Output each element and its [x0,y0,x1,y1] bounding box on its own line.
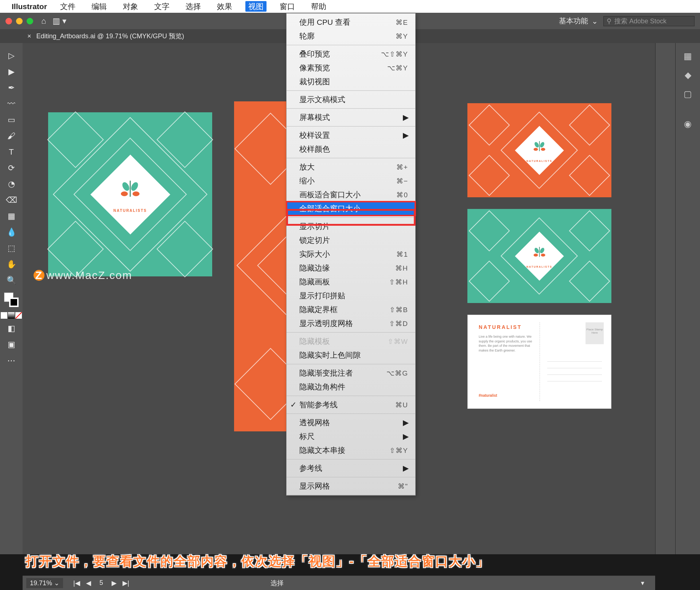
menu-item-显示切片[interactable]: 显示切片 [287,220,415,233]
menu-item-显示网格[interactable]: 显示网格⌘" [287,479,415,493]
gradient-tool-icon[interactable]: ▦ [5,210,18,222]
menu-item-像素预览[interactable]: 像素预览⌥⌘Y [287,61,415,75]
select-label[interactable]: 选择 [271,579,284,587]
menu-item-隐藏画板[interactable]: 隐藏画板⇧⌘H [287,275,415,289]
layout-icon[interactable]: ▥ ▾ [52,16,66,26]
color-mode-solid-icon[interactable] [1,312,7,319]
document-tab[interactable]: × Editing_Artboards.ai @ 19.71% (CMYK/GP… [27,32,184,40]
menu-item-隐藏实时上色间隙[interactable]: 隐藏实时上色间隙 [287,348,415,362]
menu-效果[interactable]: 效果 [214,1,235,12]
menu-对象[interactable]: 对象 [120,1,141,12]
appearance-panel-icon[interactable]: ◉ [682,118,694,130]
menu-item-屏幕模式[interactable]: 屏幕模式▶ [287,110,415,124]
nav-last-icon[interactable]: ▶| [120,579,132,587]
home-icon[interactable]: ⌂ [41,16,46,26]
menu-选择[interactable]: 选择 [183,1,204,12]
app-name[interactable]: Illustrator [12,2,47,11]
menu-item-参考线[interactable]: 参考线▶ [287,461,415,475]
menu-item-智能参考线[interactable]: ✓智能参考线⌘U [287,398,415,412]
leaf-icon [116,176,145,206]
direct-selection-tool-icon[interactable]: ▶ [5,66,18,78]
svg-point-4 [534,141,540,148]
chevron-down-icon: ⌄ [592,17,598,26]
menu-item-隐藏渐变批注者[interactable]: 隐藏渐变批注者⌥⌘G [287,366,415,380]
minimize-window-icon[interactable] [16,18,23,24]
menu-item-隐藏边角构件[interactable]: 隐藏边角构件 [287,380,415,394]
nav-prev-icon[interactable]: ◀ [83,579,94,587]
artboard-tool-icon[interactable]: ⬚ [5,242,18,255]
menu-item-缩小[interactable]: 缩小⌘− [287,174,415,188]
svg-point-6 [534,148,538,151]
svg-point-7 [541,148,545,151]
view-menu-dropdown: 使用 CPU 查看⌘E轮廓⌘Y叠印预览⌥⇧⌘Y像素预览⌥⌘Y裁切视图显示文稿模式… [286,13,416,496]
workspace-switcher[interactable]: 基本功能 ⌄ [559,16,598,26]
properties-panel-icon[interactable]: ▦ [682,50,694,62]
drawmode-icon[interactable]: ◧ [5,322,18,335]
search-placeholder: 搜索 Adobe Stock [614,17,666,26]
layers-panel-icon[interactable]: ◆ [682,69,694,81]
menu-item-裁切视图[interactable]: 裁切视图 [287,75,415,89]
menu-item-透视网格[interactable]: 透视网格▶ [287,416,415,430]
zoom-select[interactable]: 19.71% ⌄ [26,578,63,588]
type-tool-icon[interactable]: T [5,146,18,158]
menu-item-校样颜色[interactable]: 校样颜色 [287,142,415,156]
nav-first-icon[interactable]: |◀ [70,579,83,587]
color-mode-none-icon[interactable] [15,312,22,319]
libraries-panel-icon[interactable]: ▢ [682,88,694,100]
fill-stroke-control[interactable] [4,292,19,307]
menu-item-校样设置[interactable]: 校样设置▶ [287,128,415,142]
close-tab-icon[interactable]: × [27,32,31,40]
menu-文字[interactable]: 文字 [151,1,172,12]
document-title: Editing_Artboards.ai @ 19.71% (CMYK/GPU … [36,32,184,40]
nav-next-icon[interactable]: ▶ [109,579,120,587]
menu-item-放大[interactable]: 放大⌘+ [287,160,415,174]
menu-编辑[interactable]: 编辑 [89,1,110,12]
menu-窗口[interactable]: 窗口 [277,1,298,12]
maximize-window-icon[interactable] [27,18,33,24]
scroll-dropdown-icon[interactable]: ▾ [641,579,644,587]
menu-item-画板适合窗口大小[interactable]: 画板适合窗口大小⌘0 [287,188,415,202]
menu-item-隐藏文本串接[interactable]: 隐藏文本串接⇧⌘Y [287,443,415,457]
menu-视图[interactable]: 视图 [245,1,267,12]
leaf-logo: NATURALISTS [113,176,147,213]
instruction-caption: 打开文件，要查看文件的全部内容，依次选择「视图」-「全部适合窗口大小」 [26,553,700,570]
panel-drag-handle[interactable] [655,43,675,554]
menu-item-标尺[interactable]: 标尺▶ [287,430,415,443]
menu-帮助[interactable]: 帮助 [308,1,329,12]
menu-item-显示透明度网格[interactable]: 显示透明度网格⇧⌘D [287,317,415,330]
edit-toolbar-icon[interactable]: ⋯ [5,354,18,367]
menu-item-轮廓[interactable]: 轮廓⌘Y [287,29,415,43]
color-mode-row [1,312,22,319]
eyedropper-tool-icon[interactable]: 💧 [5,226,18,238]
postcard-stamp: Place Stamp Here [586,322,604,344]
menu-item-全部适合窗口大小[interactable]: 全部适合窗口大小 [287,202,415,216]
rectangle-tool-icon[interactable]: ▭ [5,114,18,126]
eraser-tool-icon[interactable]: ⌫ [5,194,18,206]
menu-item-锁定切片[interactable]: 锁定切片 [287,233,415,247]
rotate-tool-icon[interactable]: ⟳ [5,162,18,174]
screenmode-icon[interactable]: ▣ [5,338,18,351]
search-input[interactable]: ⚲ 搜索 Adobe Stock [603,16,695,26]
svg-point-10 [534,254,538,257]
pen-tool-icon[interactable]: ✒ [5,82,18,94]
color-mode-gradient-icon[interactable] [8,312,15,319]
close-window-icon[interactable] [5,18,12,24]
watermark-icon: Z [34,270,44,281]
zoom-tool-icon[interactable]: 🔍 [5,274,18,287]
svg-point-3 [132,191,139,196]
menu-item-使用 CPU 查看[interactable]: 使用 CPU 查看⌘E [287,15,415,29]
shapebuilder-tool-icon[interactable]: ◔ [5,178,18,190]
menu-item-隐藏边缘[interactable]: 隐藏边缘⌘H [287,261,415,275]
stroke-color-icon[interactable] [9,298,19,307]
hand-tool-icon[interactable]: ✋ [5,258,18,271]
curvature-tool-icon[interactable]: 〰 [5,98,18,110]
menu-item-隐藏定界框[interactable]: 隐藏定界框⇧⌘B [287,303,415,317]
menu-文件[interactable]: 文件 [57,1,78,12]
selection-tool-icon[interactable]: ▷ [5,50,18,62]
menu-item-显示打印拼贴[interactable]: 显示打印拼贴 [287,289,415,303]
menu-item-显示文稿模式[interactable]: 显示文稿模式 [287,93,415,106]
menu-item-叠印预览[interactable]: 叠印预览⌥⇧⌘Y [287,47,415,61]
menu-item-实际大小[interactable]: 实际大小⌘1 [287,247,415,261]
artboard-number[interactable]: 5 [94,579,109,587]
paintbrush-tool-icon[interactable]: 🖌 [5,130,18,142]
